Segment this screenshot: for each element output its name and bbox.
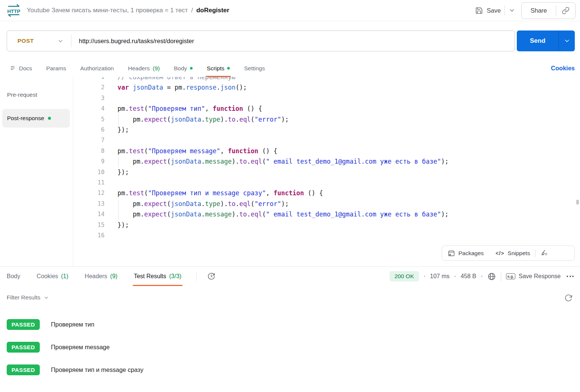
sidebar-item-pre-request[interactable]: Pre-request — [2, 87, 70, 103]
line-number: 3 — [73, 93, 104, 103]
code-line-9: 9 pm.expect(jsonData.message).to.eql(" e… — [73, 156, 580, 167]
tab-label: Authorization — [80, 65, 114, 72]
indent-guide — [118, 209, 119, 219]
scripts-sidebar: Pre-requestPost-response — [0, 77, 73, 266]
request-tab-headers[interactable]: Headers(9) — [128, 60, 160, 77]
filter-results-dropdown[interactable]: Filter Results — [7, 291, 49, 304]
divider — [71, 35, 71, 47]
code-line-16: 16 — [73, 230, 580, 241]
test-name: Проверяем тип и message сразу — [51, 366, 144, 373]
green-dot-icon — [48, 117, 51, 120]
line-content: pm.expect(jsonData.type).to.eql("error")… — [117, 199, 289, 209]
script-code-editor[interactable]: 1// сохраняем ответ в переменную2var jso… — [73, 77, 580, 266]
code-line-14: 14 pm.expect(jsonData.message).to.eql(" … — [73, 209, 580, 219]
share-button[interactable]: Share — [522, 3, 556, 19]
tab-label: Headers — [128, 65, 150, 72]
share-group: Share — [521, 2, 576, 19]
tab-label: Body — [7, 273, 20, 280]
history-clock-icon — [207, 272, 215, 280]
postman-app: HTTP Youtube Зачем писать мини-тесты, 1 … — [0, 0, 580, 392]
tab-count: (9) — [153, 65, 160, 72]
request-title: doRegister — [196, 7, 229, 14]
editor-scrollbar[interactable] — [576, 200, 579, 205]
response-size: 458 B — [461, 273, 476, 280]
indent-guide — [118, 156, 119, 167]
packages-button[interactable]: Packages — [458, 250, 484, 257]
response-tab-headers[interactable]: Headers(9) — [85, 267, 117, 286]
code-lines: 1// сохраняем ответ в переменную2var jso… — [73, 77, 580, 241]
line-content — [117, 135, 121, 145]
line-content: }); — [117, 167, 129, 177]
request-tab-settings[interactable]: Settings — [244, 60, 265, 77]
response-history-button[interactable] — [205, 270, 218, 283]
chevron-down-icon — [44, 295, 49, 301]
cookies-link[interactable]: Cookies — [551, 60, 575, 77]
breadcrumb-collection[interactable]: Youtube Зачем писать мини-тесты, 1 прове… — [27, 7, 188, 14]
tab-label: Scripts — [207, 65, 224, 72]
editor-footer-bar: Packages </> Snippets — [442, 245, 575, 261]
line-content: pm.test("Проверяем message", function ()… — [117, 146, 277, 156]
save-dropdown-chevron-icon[interactable] — [509, 7, 515, 14]
line-content — [117, 230, 121, 241]
line-number: 12 — [73, 188, 104, 198]
green-dot-icon — [190, 67, 193, 70]
method-selector[interactable]: POST — [7, 38, 71, 44]
request-tab-scripts[interactable]: Scripts — [207, 60, 230, 77]
tab-label: Docs — [19, 65, 32, 72]
request-tab-authorization[interactable]: Authorization — [80, 60, 114, 77]
green-dot-icon — [227, 67, 230, 70]
url-input[interactable]: http://users.bugred.ru/tasks/rest/doregi… — [79, 38, 194, 45]
response-tabs: BodyCookies(1)Headers(9)Test Results(3/3… — [7, 267, 181, 286]
line-content: // сохраняем ответ в переменную — [117, 77, 235, 82]
clean-script-icon[interactable] — [540, 249, 548, 257]
send-button[interactable]: Send — [517, 30, 558, 51]
request-tab-body[interactable]: Body — [174, 60, 193, 77]
send-options-button[interactable] — [559, 30, 575, 51]
sidebar-item-post-response[interactable]: Post-response — [2, 109, 70, 128]
request-tab-params[interactable]: Params — [46, 60, 66, 77]
response-tab-cookies[interactable]: Cookies(1) — [36, 267, 68, 286]
tab-label: Cookies — [36, 273, 58, 280]
indent-guide — [118, 199, 119, 209]
dot-separator — [481, 276, 483, 277]
copy-link-button[interactable] — [556, 7, 575, 15]
snippets-button[interactable]: Snippets — [508, 250, 530, 257]
rerun-tests-button[interactable] — [563, 292, 574, 303]
line-content: var jsonData = pm.response.json(); — [117, 82, 247, 93]
code-line-1: 1// сохраняем ответ в переменную — [73, 77, 580, 82]
passed-badge: PASSED — [7, 319, 40, 330]
save-response-label: Save Response — [519, 273, 561, 280]
line-number: 14 — [73, 209, 104, 219]
line-content: }); — [117, 220, 129, 230]
tab-count: (1) — [61, 273, 68, 280]
response-tabs-row: BodyCookies(1)Headers(9)Test Results(3/3… — [7, 267, 218, 286]
code-line-6: 6}); — [73, 125, 580, 135]
line-number: 10 — [73, 167, 104, 177]
filter-results-label: Filter Results — [7, 294, 40, 301]
test-name: Проверяем message — [51, 344, 110, 351]
request-url-box: POST http://users.bugred.ru/tasks/rest/d… — [7, 30, 515, 51]
refresh-icon — [564, 294, 573, 302]
more-options-button[interactable] — [566, 276, 575, 277]
divider — [501, 271, 501, 281]
globe-icon[interactable] — [487, 272, 496, 281]
response-tab-test-results[interactable]: Test Results(3/3) — [134, 267, 181, 286]
code-line-7: 7 — [73, 135, 580, 145]
save-button[interactable]: Save — [487, 7, 501, 14]
svg-text:HTTP: HTTP — [7, 9, 20, 14]
line-content: }); — [117, 125, 129, 135]
link-icon — [562, 7, 570, 15]
tab-label: Settings — [244, 65, 265, 72]
response-tab-body[interactable]: Body — [7, 267, 20, 286]
save-response-button[interactable]: e.g. Save Response — [506, 273, 561, 280]
code-line-4: 4pm.test("Проверяем тип", function () { — [73, 103, 580, 114]
line-number: 1 — [73, 77, 104, 82]
sidebar-item-label: Pre-request — [7, 91, 37, 98]
breadcrumb-separator: / — [191, 7, 193, 14]
request-tab-docs[interactable]: Docs — [10, 60, 32, 77]
send-button-group: Send — [517, 30, 575, 51]
method-label: POST — [17, 38, 34, 44]
code-line-15: 15}); — [73, 220, 580, 230]
dot-separator — [424, 276, 425, 277]
test-result-row: PASSEDПроверяем тип — [7, 319, 144, 330]
